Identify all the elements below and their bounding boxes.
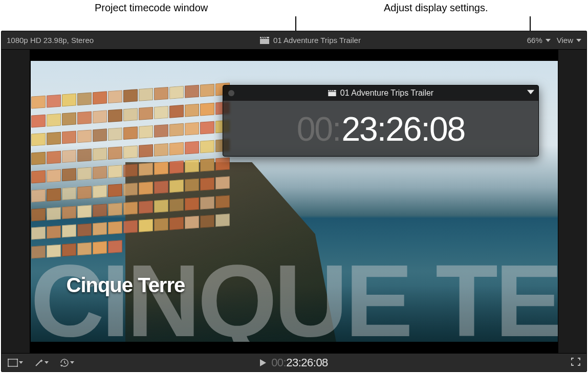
transform-menu[interactable] [8,359,23,367]
play-icon[interactable] [260,359,266,366]
display-settings-button[interactable] [527,89,534,96]
viewer-toolbar: 1080p HD 23.98p, Stereo 01 Adventure Tri… [2,31,586,50]
timecode-window-header[interactable]: 01 Adventure Trips Trailer [223,85,538,101]
svg-marker-16 [260,359,266,366]
project-title: 01 Adventure Trips Trailer [273,36,361,45]
chevron-down-icon [576,39,581,42]
format-display: 1080p HD 23.98p, Stereo [7,36,94,45]
enhance-menu[interactable] [34,358,49,367]
zoom-menu[interactable]: 66% [527,36,551,45]
clapperboard-icon [260,37,269,44]
letterbox [2,50,30,353]
callout-left-label: Project timecode window [95,2,208,14]
letterbox [558,50,586,353]
timecode-field[interactable]: 00:23:26:08 [271,356,328,369]
app-window: 1080p HD 23.98p, Stereo 01 Adventure Tri… [1,31,587,372]
zoom-value: 66% [527,36,542,45]
callout-right-label: Adjust display settings. [384,2,488,14]
timecode-value-small: 23:26:08 [286,356,328,369]
svg-rect-5 [328,92,336,96]
callout-area: Project timecode window Adjust display s… [0,0,588,31]
svg-point-11 [8,359,9,360]
svg-point-12 [17,359,18,360]
svg-rect-10 [8,359,17,366]
viewer-bottombar: 00:23:26:08 [2,353,586,371]
chevron-down-icon [546,39,551,42]
svg-rect-0 [260,39,269,44]
clapperboard-icon [328,90,336,96]
timecode-prefix-small: 00: [271,356,286,369]
retime-menu[interactable] [60,358,74,367]
timecode-window[interactable]: 01 Adventure Trips Trailer 00: 23:26:08 [223,85,539,157]
view-menu[interactable]: View [557,36,581,45]
timecode-window-title: 01 Adventure Trips Trailer [340,89,433,98]
video-frame-houses [31,82,231,265]
svg-point-13 [8,365,9,367]
timecode-prefix: 00: [297,109,341,148]
video-subtitle: Cinque Terre [67,274,185,297]
svg-point-14 [17,365,18,367]
view-label: View [557,36,573,45]
fullscreen-button[interactable] [571,358,580,366]
timecode-display[interactable]: 00: 23:26:08 [223,101,538,157]
timecode-value: 23:26:08 [341,109,465,148]
